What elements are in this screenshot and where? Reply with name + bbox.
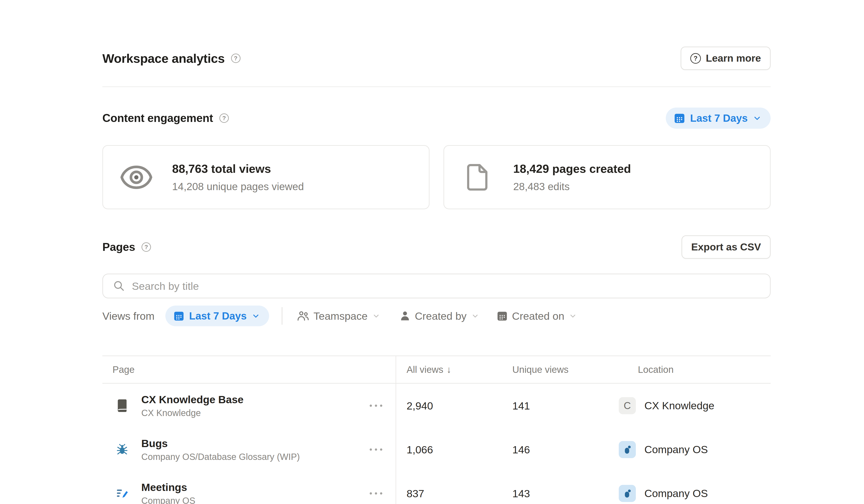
help-icon[interactable]: ?: [142, 242, 151, 252]
views-from-label: Views from: [103, 310, 155, 322]
column-header-all-views[interactable]: All views ↓: [407, 364, 451, 375]
learn-more-button[interactable]: ? Learn more: [681, 47, 771, 70]
total-views-value: 88,763 total views: [172, 162, 304, 176]
unique-views-value: 143: [512, 487, 530, 500]
date-range-dropdown[interactable]: Last 7 Days: [666, 108, 771, 129]
help-icon[interactable]: ?: [231, 53, 241, 63]
person-icon: [400, 311, 410, 321]
page-row-title: Bugs: [141, 437, 300, 449]
teamspace-filter-label: Teamspace: [313, 310, 368, 322]
pages-created-value: 18,429 pages created: [513, 162, 631, 176]
filter-divider: [282, 307, 283, 325]
search-icon: [113, 280, 125, 292]
created-by-filter-dropdown[interactable]: Created by: [400, 310, 479, 322]
page-row-subtitle: Company OS/Database Glossary (WIP): [141, 452, 300, 462]
teamspace-filter-dropdown[interactable]: Teamspace: [297, 310, 380, 322]
page-title: Workspace analytics: [103, 51, 225, 66]
all-views-value: 1,066: [407, 443, 433, 456]
stat-cards: 88,763 total views 14,208 unique pages v…: [103, 145, 771, 209]
more-options-icon[interactable]: [368, 490, 385, 497]
pages-created-card: 18,429 pages created 28,483 edits: [443, 145, 771, 209]
company-os-logo-icon: [622, 488, 633, 499]
page-row-title: CX Knowledge Base: [141, 393, 243, 406]
section-divider: [103, 86, 771, 87]
sort-descending-icon: ↓: [446, 364, 451, 375]
chevron-down-icon: [569, 312, 577, 320]
unique-views-value: 146: [512, 443, 530, 456]
content-engagement-header: Content engagement ? Last 7 Days: [103, 107, 771, 129]
meeting-notes-icon: [116, 487, 129, 500]
created-on-filter-label: Created on: [512, 310, 565, 322]
unique-views-value: 141: [512, 399, 530, 412]
views-date-filter-label: Last 7 Days: [189, 310, 247, 322]
pages-title: Pages: [103, 241, 135, 254]
help-icon[interactable]: ?: [219, 113, 229, 123]
table-row[interactable]: CX Knowledge Base CX Knowledge 2,940 141…: [103, 384, 771, 428]
location-label: CX Knowledge: [645, 399, 715, 412]
export-csv-label: Export as CSV: [691, 241, 761, 253]
table-row[interactable]: Bugs Company OS/Database Glossary (WIP) …: [103, 428, 771, 471]
location-label: Company OS: [645, 443, 708, 456]
all-views-value: 2,940: [407, 399, 433, 412]
views-date-filter-dropdown[interactable]: Last 7 Days: [165, 305, 269, 326]
teamspace-letter-badge: C: [619, 397, 636, 414]
workspace-analytics-screen: Workspace analytics ? ? Learn more Conte…: [0, 0, 864, 504]
column-header-location: Location: [638, 364, 674, 375]
page-icon: [467, 164, 488, 191]
column-header-page: Page: [112, 364, 134, 375]
chevron-down-icon: [252, 312, 260, 320]
chevron-down-icon: [372, 312, 380, 320]
calendar-icon: [173, 311, 184, 321]
table-row[interactable]: Meetings Company OS 837 143 Company OS: [103, 471, 771, 504]
table-header-row: Page All views ↓ Unique views Location: [103, 356, 771, 384]
created-by-filter-label: Created by: [415, 310, 467, 322]
more-options-icon[interactable]: [368, 402, 385, 409]
teamspace-people-icon: [297, 310, 309, 322]
all-views-value: 837: [407, 487, 424, 500]
page-row-subtitle: Company OS: [141, 496, 195, 504]
calendar-icon: [497, 311, 507, 321]
export-csv-button[interactable]: Export as CSV: [682, 235, 771, 259]
filter-row: Views from Last 7 Days Teamspace: [103, 305, 771, 327]
question-circle-icon: ?: [690, 53, 701, 64]
edits-value: 28,483 edits: [513, 180, 631, 193]
total-views-card: 88,763 total views 14,208 unique pages v…: [103, 145, 430, 209]
location-label: Company OS: [645, 487, 708, 500]
bug-icon: [116, 443, 129, 456]
pages-table: Page All views ↓ Unique views Location C…: [103, 356, 771, 504]
company-os-logo-badge: [619, 485, 636, 502]
learn-more-label: Learn more: [706, 52, 761, 64]
page-row-title: Meetings: [141, 481, 195, 493]
column-header-unique-views[interactable]: Unique views: [512, 364, 568, 375]
content-engagement-title: Content engagement: [103, 112, 213, 125]
company-os-logo-badge: [619, 441, 636, 458]
page-header: Workspace analytics ? ? Learn more: [103, 46, 771, 70]
search-input[interactable]: [132, 280, 760, 292]
unique-pages-viewed-value: 14,208 unique pages viewed: [172, 180, 304, 193]
search-bar: [103, 274, 771, 298]
more-options-icon[interactable]: [368, 446, 385, 453]
eye-icon: [120, 165, 153, 190]
calendar-icon: [674, 112, 685, 124]
book-icon: [116, 399, 128, 412]
company-os-logo-icon: [622, 444, 633, 455]
chevron-down-icon: [753, 113, 761, 123]
created-on-filter-dropdown[interactable]: Created on: [497, 310, 577, 322]
date-range-label: Last 7 Days: [690, 112, 748, 124]
page-row-subtitle: CX Knowledge: [141, 408, 243, 418]
pages-header: Pages ? Export as CSV: [103, 235, 771, 260]
help-glyph: ?: [234, 55, 238, 62]
chevron-down-icon: [471, 312, 479, 320]
